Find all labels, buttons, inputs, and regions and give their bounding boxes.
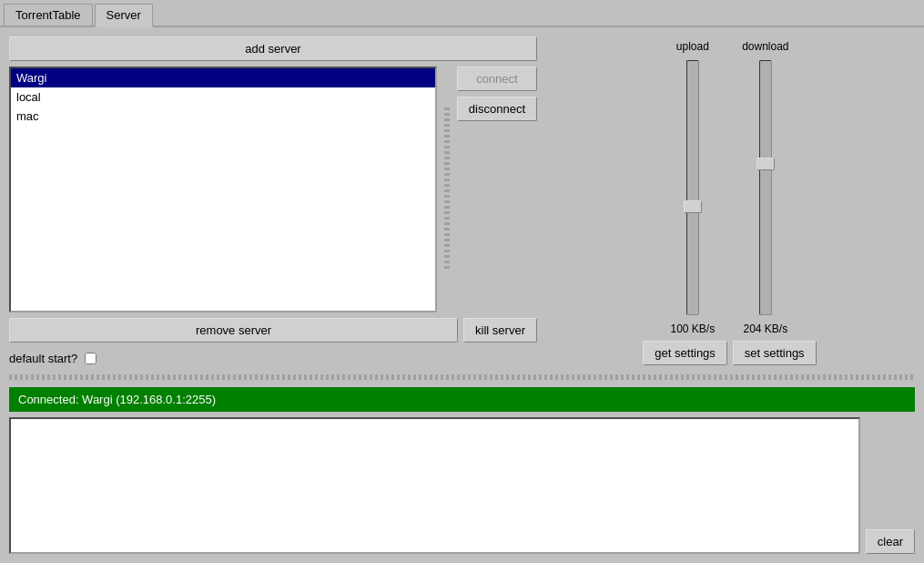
default-start-checkbox[interactable] [85,353,96,364]
set-settings-button[interactable]: set settings [733,341,817,365]
server-actions-row: remove server kill server [9,318,537,343]
right-panel: upload 100 KB/s download 204 KB/s [544,36,915,365]
connect-button[interactable]: connect [457,67,537,91]
vertical-divider [444,107,450,271]
sliders-section: upload 100 KB/s download 204 KB/s [652,40,807,335]
download-slider-thumb[interactable] [756,158,775,170]
tab-server[interactable]: Server [95,4,153,27]
upload-slider-track[interactable] [686,60,699,315]
main-content: add server Wargi local mac connect disco… [0,27,924,563]
upload-value: 100 KB/s [670,322,715,335]
tab-torrent-table[interactable]: TorrentTable [4,4,93,26]
log-buttons: clear [866,417,915,554]
download-value: 204 KB/s [743,322,787,335]
status-bar: Connected: Wargi (192.168.0.1:2255) [9,387,915,412]
top-section: add server Wargi local mac connect disco… [9,36,915,365]
left-panel: add server Wargi local mac connect disco… [9,36,537,365]
disconnect-button[interactable]: disconnect [457,97,537,121]
list-and-buttons: Wargi local mac connect disconnect [9,67,537,312]
download-label: download [742,40,788,53]
horizontal-divider [9,374,915,380]
kill-server-button[interactable]: kill server [463,318,537,343]
log-section: clear [9,417,915,554]
download-slider-group: download 204 KB/s [742,40,788,335]
upload-slider-thumb[interactable] [684,200,702,213]
server-list: Wargi local mac [9,67,437,312]
upload-slider-group: upload 100 KB/s [670,40,715,335]
get-settings-button[interactable]: get settings [643,341,727,365]
server-item-mac[interactable]: mac [11,107,435,126]
log-textarea[interactable] [9,417,860,554]
server-item-wargi[interactable]: Wargi [11,68,435,87]
add-server-button[interactable]: add server [9,36,537,61]
default-start-label: default start? [9,352,77,365]
connect-column: connect disconnect [457,67,537,312]
remove-server-button[interactable]: remove server [9,318,458,343]
tab-bar: TorrentTable Server [0,0,924,27]
clear-button[interactable]: clear [866,529,915,554]
server-item-local[interactable]: local [11,87,435,107]
upload-label: upload [676,40,709,53]
settings-row: get settings set settings [643,341,816,365]
download-slider-track[interactable] [759,60,772,315]
default-start-row: default start? [9,352,537,365]
